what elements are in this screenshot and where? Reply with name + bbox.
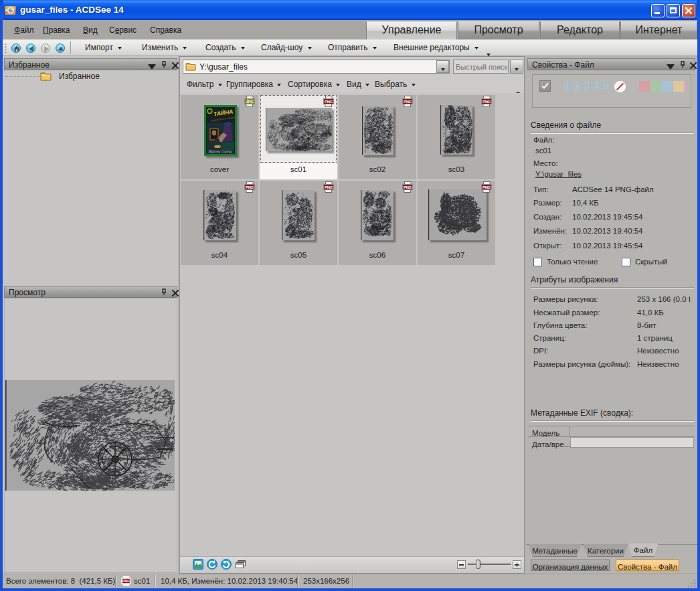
svg-text:PNG: PNG [325, 100, 333, 104]
svg-text:PNG: PNG [483, 185, 491, 189]
svg-text:PNG: PNG [404, 185, 412, 189]
svg-text:PNG: PNG [483, 100, 491, 104]
svg-text:Марина Серова: Марина Серова [207, 149, 232, 153]
svg-text:PNG: PNG [246, 185, 254, 189]
svg-text:PNG: PNG [122, 579, 130, 583]
svg-text:PNG: PNG [404, 100, 412, 104]
svg-text:JPG: JPG [246, 100, 254, 104]
svg-text:PNG: PNG [325, 185, 333, 189]
